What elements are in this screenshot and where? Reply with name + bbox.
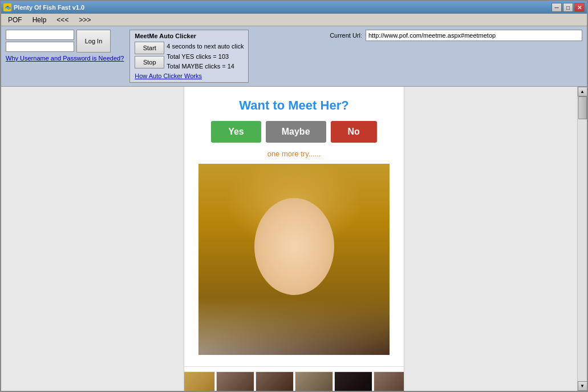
app-icon: 🐟 — [3, 3, 11, 11]
web-content: Want to Meet Her? Yes Maybe No one more … — [184, 87, 404, 391]
url-input[interactable] — [366, 30, 582, 41]
countdown-text: 4 seconds to next auto click — [167, 42, 244, 52]
url-label: Current Url: — [330, 32, 362, 39]
meet-her-section: Want to Meet Her? Yes Maybe No one more … — [184, 87, 404, 366]
url-bar: Current Url: — [330, 30, 582, 41]
thumbnail-6[interactable] — [334, 371, 372, 391]
login-button[interactable]: Log In — [76, 30, 111, 52]
toolbar: Log In Why Username and Password is Need… — [1, 26, 587, 87]
main-content: Want to Meet Her? Yes Maybe No one more … — [1, 87, 587, 391]
clicker-title: MeetMe Auto Clicker — [135, 33, 244, 39]
yes-clicks-text: Total YES clicks = 103 — [167, 52, 244, 62]
start-button[interactable]: Start — [135, 42, 164, 54]
clicker-box: MeetMe Auto Clicker Start Stop 4 seconds… — [129, 30, 249, 83]
thumbnail-7[interactable] — [374, 371, 405, 391]
clicker-buttons: Start Stop — [135, 42, 164, 68]
meet-title: Want to Meet Her? — [239, 98, 348, 113]
thumbnail-3[interactable] — [216, 371, 254, 391]
scroll-up-button[interactable]: ▲ — [578, 87, 587, 96]
tagline: one more try...... — [267, 149, 321, 158]
app-window: 🐟 Plenty Of Fish Fast v1.0 ─ □ ✕ POF Hel… — [0, 0, 588, 392]
login-area: Log In Why Username and Password is Need… — [6, 30, 124, 62]
login-inputs — [6, 30, 74, 52]
menu-forward[interactable]: >>> — [74, 15, 95, 25]
clicker-stats: 4 seconds to next auto click Total YES c… — [167, 42, 244, 72]
why-link[interactable]: Why Username and Password is Needed? — [6, 55, 124, 62]
password-input[interactable] — [6, 42, 74, 52]
thumbnail-4[interactable] — [256, 371, 294, 391]
yes-button[interactable]: Yes — [211, 121, 261, 143]
window-controls: ─ □ ✕ — [551, 3, 585, 12]
clicker-controls: Start Stop 4 seconds to next auto click … — [135, 42, 244, 72]
maximize-button[interactable]: □ — [563, 3, 573, 12]
maybe-clicks-text: Total MAYBE clicks = 14 — [167, 62, 244, 72]
no-button[interactable]: No — [331, 121, 377, 143]
menu-back[interactable]: <<< — [52, 15, 73, 25]
close-button[interactable]: ✕ — [574, 3, 585, 12]
scrollbar: ▲ ▼ — [577, 87, 587, 391]
scroll-down-button[interactable]: ▼ — [578, 381, 587, 391]
username-input[interactable] — [6, 30, 74, 40]
right-margin: ▲ ▼ — [496, 87, 587, 391]
menu-pof[interactable]: POF — [3, 15, 27, 25]
window-title: Plenty Of Fish Fast v1.0 — [14, 4, 549, 11]
minimize-button[interactable]: ─ — [551, 3, 562, 12]
menu-help[interactable]: Help — [28, 15, 51, 25]
title-bar: 🐟 Plenty Of Fish Fast v1.0 ─ □ ✕ — [1, 1, 587, 14]
vote-buttons: Yes Maybe No — [211, 121, 377, 143]
scroll-track — [578, 96, 587, 381]
stop-button[interactable]: Stop — [135, 56, 164, 68]
scroll-thumb[interactable] — [578, 96, 587, 119]
left-margin — [1, 87, 92, 391]
login-row: Log In — [6, 30, 124, 52]
thumbnail-5[interactable] — [295, 371, 333, 391]
menu-bar: POF Help <<< >>> — [1, 14, 587, 26]
thumbnail-strip — [184, 366, 404, 391]
profile-photo — [198, 164, 390, 355]
how-link[interactable]: How Auto Clicker Works — [135, 72, 202, 79]
thumbnail-2[interactable] — [184, 371, 215, 391]
maybe-button[interactable]: Maybe — [266, 121, 326, 143]
